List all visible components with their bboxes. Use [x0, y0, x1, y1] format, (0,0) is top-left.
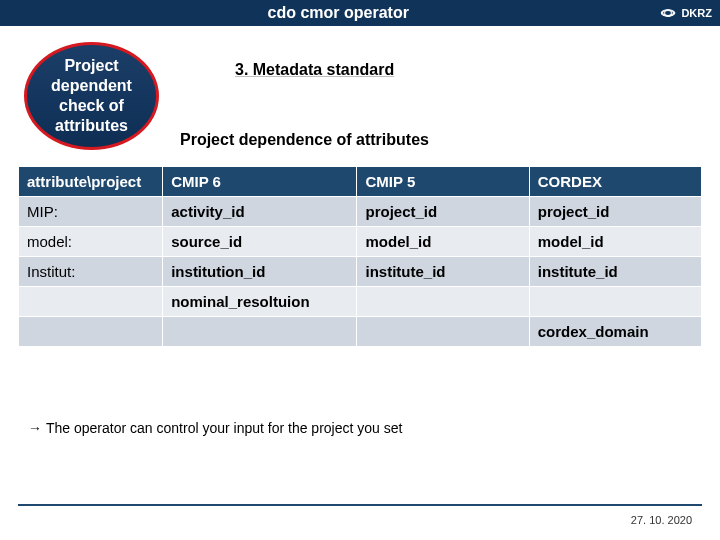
attributes-table-wrap: attribute\project CMIP 6 CMIP 5 CORDEX M…	[18, 166, 702, 347]
operator-note: →The operator can control your input for…	[28, 420, 402, 436]
table-cell: institution_id	[163, 257, 357, 287]
header-title: cdo cmor operator	[258, 4, 409, 22]
table-row: nominal_resoltuion	[19, 287, 702, 317]
table-row: Institut: institution_id institute_id in…	[19, 257, 702, 287]
subtitle-project-dependence: Project dependence of attributes	[180, 131, 429, 149]
table-cell	[357, 317, 529, 347]
table-cell	[19, 317, 163, 347]
globe-icon	[658, 5, 678, 21]
footer-divider	[18, 504, 702, 506]
logo: DKRZ	[658, 5, 712, 21]
table-cell: model:	[19, 227, 163, 257]
table-cell: model_id	[529, 227, 701, 257]
table-cell: project_id	[529, 197, 701, 227]
logo-text: DKRZ	[681, 7, 712, 19]
subtitle-metadata-standard: 3. Metadata standard	[235, 61, 394, 79]
table-cell: MIP:	[19, 197, 163, 227]
table-row: MIP: activity_id project_id project_id	[19, 197, 702, 227]
table-cell: project_id	[357, 197, 529, 227]
table-cell: institute_id	[529, 257, 701, 287]
badge-text: Project dependent check of attributes	[35, 56, 148, 136]
table-row: cordex_domain	[19, 317, 702, 347]
table-cell: Institut:	[19, 257, 163, 287]
table-header-cell: attribute\project	[19, 167, 163, 197]
table-header-cell: CORDEX	[529, 167, 701, 197]
table-cell: institute_id	[357, 257, 529, 287]
note-text: The operator can control your input for …	[46, 420, 402, 436]
top-region: Project dependent check of attributes 3.…	[0, 26, 720, 166]
badge-ellipse: Project dependent check of attributes	[24, 42, 159, 150]
table-row: model: source_id model_id model_id	[19, 227, 702, 257]
table-cell: nominal_resoltuion	[163, 287, 357, 317]
table-header-cell: CMIP 6	[163, 167, 357, 197]
table-cell: activity_id	[163, 197, 357, 227]
table-cell	[357, 287, 529, 317]
arrow-icon: →	[28, 420, 42, 436]
table-cell: source_id	[163, 227, 357, 257]
table-header-row: attribute\project CMIP 6 CMIP 5 CORDEX	[19, 167, 702, 197]
table-cell	[19, 287, 163, 317]
table-cell: model_id	[357, 227, 529, 257]
attributes-table: attribute\project CMIP 6 CMIP 5 CORDEX M…	[18, 166, 702, 347]
table-cell: cordex_domain	[529, 317, 701, 347]
slide-header: cdo cmor operator DKRZ	[0, 0, 720, 26]
table-cell	[163, 317, 357, 347]
table-header-cell: CMIP 5	[357, 167, 529, 197]
footer-date: 27. 10. 2020	[631, 514, 692, 526]
table-cell	[529, 287, 701, 317]
